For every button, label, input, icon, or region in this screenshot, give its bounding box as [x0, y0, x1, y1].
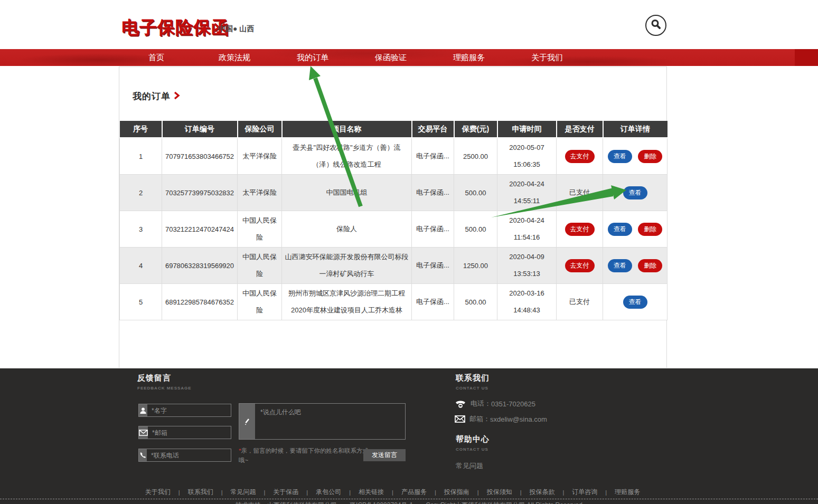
orders-table: 序号 订单编号 保险公司 项目名称 交易平台 保费(元) 申请时间 是否支付 订…	[119, 121, 667, 320]
view-button[interactable]: 查看	[608, 223, 632, 236]
cell-detail: 查看 删除	[603, 211, 667, 248]
col-header-order-no: 订单编号	[162, 121, 238, 138]
cell-company: 中国人民保险	[238, 211, 282, 248]
footer-link-11[interactable]: 理赔服务	[615, 488, 640, 497]
cell-fee: 500.00	[454, 211, 497, 248]
col-header-detail: 订单详情	[603, 121, 667, 138]
cell-fee: 2500.00	[454, 138, 497, 175]
cell-pay-status: 已支付	[557, 175, 603, 211]
footer-link-separator: |	[306, 489, 308, 496]
footer-link-5[interactable]: 相关链接	[359, 488, 384, 497]
feedback-email-row	[138, 426, 231, 439]
table-header-row: 序号 订单编号 保险公司 项目名称 交易平台 保费(元) 申请时间 是否支付 订…	[120, 121, 667, 138]
nav-item-about-us[interactable]: 关于我们	[508, 49, 586, 66]
cell-apply-time: 2020-04-09 13:53:13	[497, 248, 557, 284]
cell-company: 太平洋保险	[238, 138, 282, 175]
go-pay-button[interactable]: 去支付	[565, 259, 595, 272]
footer-link-6[interactable]: 产品服务	[401, 488, 427, 497]
view-button[interactable]: 查看	[623, 296, 647, 309]
col-header-company: 保险公司	[238, 121, 282, 138]
nav-item-claims[interactable]: 理赔服务	[430, 49, 508, 66]
site-header: 电子保险保函 中国● 山西	[0, 0, 818, 49]
cell-no: 4	[120, 248, 162, 284]
nav-item-guarantee-verify[interactable]: 保函验证	[352, 49, 430, 66]
feedback-subtitle: FEEDBACK MESSAGE	[137, 386, 192, 391]
contact-email-line: 邮箱： sxdeliw@sina.com	[455, 414, 547, 424]
feedback-phone-row	[138, 449, 231, 462]
cell-order-no: 703257739975032832	[162, 175, 238, 211]
phone-receiver-icon	[139, 449, 147, 461]
footer-link-separator: |	[392, 489, 393, 496]
go-pay-button[interactable]: 去支付	[565, 150, 595, 163]
footer-link-separator: |	[435, 489, 436, 496]
cell-no: 3	[120, 211, 162, 248]
col-header-apply-time: 申请时间	[497, 121, 557, 138]
footer-link-separator: |	[178, 489, 180, 496]
view-button[interactable]: 查看	[608, 259, 632, 272]
footer-link-9[interactable]: 投保条款	[530, 488, 555, 497]
col-header-fee: 保费(元)	[454, 121, 497, 138]
cell-no: 2	[120, 175, 162, 211]
footer-link-7[interactable]: 投保指南	[444, 488, 469, 497]
cell-pay-status: 去支付	[557, 248, 603, 284]
nav-right-accent	[795, 49, 818, 66]
faq-link[interactable]: 常见问题	[456, 461, 483, 471]
cell-no: 5	[120, 284, 162, 320]
message-textarea[interactable]	[255, 404, 405, 439]
table-row: 2 703257739975032832 太平洋保险 中国国电机组 电子保函..…	[120, 175, 667, 211]
paid-label: 已支付	[569, 298, 590, 306]
contact-phone-line: 电话： 0351-7020625	[455, 399, 535, 408]
cell-order-no: 697806328319569920	[162, 248, 238, 284]
footer-link-1[interactable]: 联系我们	[188, 488, 213, 497]
title-chevron-icon	[174, 91, 180, 102]
contact-phone-label: 电话：	[471, 399, 491, 408]
region-label: 中国● 山西	[218, 24, 254, 34]
email-input[interactable]	[148, 426, 238, 439]
cell-platform: 电子保函...	[412, 248, 454, 284]
delete-button[interactable]: 删除	[638, 259, 662, 272]
cell-pay-status: 去支付	[557, 211, 603, 248]
nav-item-home[interactable]: 首页	[117, 49, 195, 66]
nav-item-policies[interactable]: 政策法规	[195, 49, 274, 66]
cell-apply-time: 2020-05-07 15:06:35	[497, 138, 557, 175]
search-button[interactable]	[645, 15, 666, 36]
footer-link-8[interactable]: 投保须知	[487, 488, 512, 497]
cell-apply-time: 2020-03-16 14:48:43	[497, 284, 557, 320]
footer-link-0[interactable]: 关于我们	[145, 488, 171, 497]
page-footer: 反馈留言 FEEDBACK MESSAGE *亲，留言的时候，要请留下你的姓名和…	[0, 368, 818, 504]
cell-company: 中国人民保险	[238, 248, 282, 284]
cell-order-no: 689122985784676352	[162, 284, 238, 320]
footer-link-separator: |	[477, 489, 479, 496]
view-button[interactable]: 查看	[608, 150, 632, 163]
footer-link-separator: |	[349, 489, 351, 496]
view-button[interactable]: 查看	[623, 186, 647, 199]
footer-link-2[interactable]: 常见问题	[230, 488, 256, 497]
col-header-project: 项目名称	[282, 121, 412, 138]
contact-phone-number: 0351-7020625	[491, 400, 535, 408]
footer-links: 关于我们|联系我们|常见问题|关于保函|承包公司|相关链接|产品服务|投保指南|…	[119, 488, 666, 497]
footer-link-3[interactable]: 关于保函	[273, 488, 298, 497]
send-message-button[interactable]: 发送留言	[363, 449, 406, 461]
cell-platform: 电子保函...	[412, 138, 454, 175]
contact-email-address: sxdeliw@sina.com	[490, 415, 547, 423]
feedback-name-row	[138, 404, 231, 417]
feedback-note: *亲，留言的时候，要请留下你的姓名和联系方式哦~	[239, 446, 370, 465]
paid-label: 已支付	[569, 188, 590, 196]
footer-link-4[interactable]: 承包公司	[316, 488, 341, 497]
contact-email-label: 邮箱：	[469, 414, 490, 424]
phone-input[interactable]	[147, 449, 237, 461]
footer-link-10[interactable]: 订单咨询	[572, 488, 597, 497]
cell-order-no: 707971653803466752	[162, 138, 238, 175]
go-pay-button[interactable]: 去支付	[565, 223, 595, 236]
cell-project: 保险人	[282, 211, 412, 248]
nav-item-my-orders[interactable]: 我的订单	[274, 49, 352, 66]
cell-project: 壶关县"四好农村路"乡道方（善）流（泽）线公路改造工程	[282, 138, 412, 175]
delete-button[interactable]: 删除	[638, 150, 662, 163]
table-row: 4 697806328319569920 中国人民保险 山西潞安环保能源开发股份…	[120, 248, 667, 284]
cell-detail: 查看	[603, 284, 667, 320]
delete-button[interactable]: 删除	[638, 223, 662, 236]
mail-icon	[455, 415, 465, 423]
cell-order-no: 703212212470247424	[162, 211, 238, 248]
contact-subtitle: CONTACT US	[456, 386, 488, 391]
name-input[interactable]	[147, 404, 238, 416]
